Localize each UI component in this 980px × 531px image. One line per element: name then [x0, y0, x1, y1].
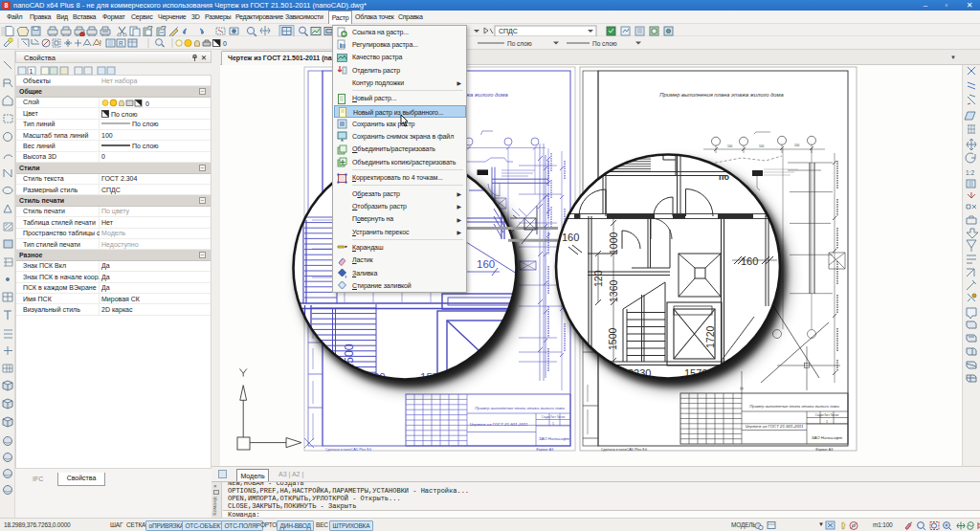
svg-text:по: по — [719, 172, 729, 182]
svg-text:1500: 1500 — [607, 327, 618, 350]
svg-text:По слою: По слою — [507, 40, 532, 47]
svg-text:R: R — [119, 40, 123, 47]
svg-text:1720: 1720 — [704, 325, 716, 348]
svg-text:100: 100 — [794, 144, 800, 147]
svg-text:Формат А3: Формат А3 — [536, 448, 553, 452]
svg-text:Формат А3: Формат А3 — [815, 448, 833, 452]
svg-text:160: 160 — [562, 232, 579, 243]
svg-text:ЗАО Нанософт: ЗАО Нанософт — [539, 436, 570, 441]
svg-text:1:2: 1:2 — [966, 169, 974, 176]
svg-text:Стадия Лист Листов: Стадия Лист Листов — [815, 413, 839, 417]
svg-text:1: 1 — [552, 422, 554, 426]
svg-text:1: 1 — [30, 68, 33, 75]
svg-text:1: 1 — [826, 420, 828, 424]
svg-text:120: 120 — [592, 270, 604, 287]
svg-text:Стадия Лист Листов: Стадия Лист Листов — [542, 415, 566, 419]
svg-text:По слою: По слою — [592, 40, 617, 47]
svg-text:СПДС: СПДС — [499, 28, 518, 35]
svg-text:Пример выполнения плана этажа: Пример выполнения плана этажа жилого дом… — [659, 92, 784, 98]
svg-text:0: 0 — [223, 40, 227, 47]
svg-text:Сделано в nanoCAD Plus 8.0: Сделано в nanoCAD Plus 8.0 — [325, 448, 371, 452]
svg-text:Пример выполнения плана этажа: Пример выполнения плана этажа жилого дом… — [749, 404, 839, 409]
svg-text:ЗАО Нанософт: ЗАО Нанософт — [812, 435, 843, 440]
svg-text:Чертеж из ГОСТ 21.501-2011: Чертеж из ГОСТ 21.501-2011 — [746, 424, 804, 429]
svg-text:Чертеж из ГОСТ 21.501-2011: Чертеж из ГОСТ 21.501-2011 — [470, 422, 528, 427]
svg-text:Пример выполнения плана этажа: Пример выполнения плана этажа жилого дом… — [475, 406, 565, 410]
svg-text:1000: 1000 — [608, 232, 619, 254]
svg-text:160: 160 — [477, 258, 495, 270]
svg-text:1360: 1360 — [608, 279, 619, 302]
svg-text:100: 100 — [759, 144, 765, 148]
svg-text:160: 160 — [741, 255, 758, 267]
svg-text:100: 100 — [727, 144, 733, 148]
svg-text:Сделано в nanoCAD Plus 8.0: Сделано в nanoCAD Plus 8.0 — [601, 448, 647, 452]
